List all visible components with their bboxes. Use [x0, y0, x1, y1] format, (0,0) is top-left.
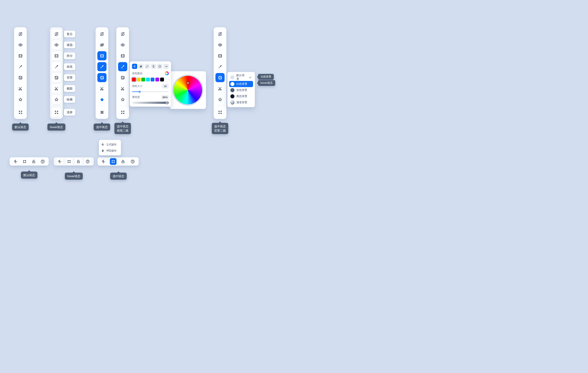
rotate-y-icon — [101, 159, 106, 164]
state-badge: hover状态 — [65, 173, 83, 180]
tooltip-pill-column: 复位速隐拆分画笔背景截图收藏清屏 — [64, 27, 75, 119]
color-swatch[interactable] — [146, 77, 150, 81]
color-wheel[interactable] — [172, 75, 203, 106]
reset-button[interactable] — [52, 29, 61, 39]
reset-button[interactable] — [16, 29, 25, 39]
menu-item-label: 白色背景 — [236, 82, 247, 86]
eye-button[interactable] — [118, 40, 127, 49]
brush-size-slider[interactable] — [132, 91, 169, 93]
opacity-knob[interactable] — [165, 101, 168, 104]
tooltip-label: 清屏 — [64, 109, 75, 116]
split-button[interactable] — [97, 51, 106, 60]
star-button[interactable] — [215, 95, 225, 104]
opacity-slider[interactable] — [132, 101, 169, 104]
menu-item-gray-background[interactable]: 灰色背景 — [229, 87, 253, 93]
eraser-tool-button[interactable] — [138, 64, 144, 69]
rotate-y-button[interactable] — [100, 158, 107, 165]
brush-button[interactable] — [118, 62, 127, 71]
expand-button[interactable] — [118, 108, 127, 117]
badge-arrow — [101, 122, 104, 125]
color-wheel-icon[interactable] — [165, 71, 169, 75]
state-badge: hover状态 — [47, 123, 65, 131]
background-button[interactable] — [52, 73, 61, 82]
lock-closed-button[interactable] — [120, 158, 126, 165]
current-background-tooltip: 当前背景 — [258, 74, 274, 80]
color-swatch[interactable] — [155, 77, 159, 81]
star-button[interactable] — [16, 95, 25, 104]
star-button[interactable] — [52, 95, 61, 104]
pill-row: 背景 — [64, 73, 75, 82]
scissors-button[interactable] — [52, 84, 61, 93]
color-swatch[interactable] — [165, 77, 168, 81]
brush-button[interactable] — [215, 62, 225, 71]
background-button[interactable] — [97, 73, 106, 82]
eye-off-button[interactable] — [97, 40, 106, 49]
badge-arrow — [117, 171, 120, 174]
star-filled-button[interactable] — [97, 95, 106, 104]
menu-item-white-background[interactable]: 白色背景 — [229, 81, 253, 87]
menu-item-dotted-background[interactable]: 默认背景 — [229, 74, 253, 81]
lock-open-button[interactable] — [75, 158, 82, 165]
expand-icon — [54, 110, 59, 115]
brush-button[interactable] — [97, 62, 106, 71]
scissors-button[interactable] — [97, 84, 106, 93]
frame-button[interactable] — [21, 158, 28, 165]
help-button[interactable] — [84, 158, 91, 165]
expand-icon — [18, 110, 23, 115]
squiggle-tool-button[interactable] — [132, 64, 137, 69]
split-button[interactable] — [215, 51, 225, 60]
help-button[interactable] — [129, 158, 136, 165]
expand-button[interactable] — [215, 108, 225, 117]
rect-tool-button[interactable] — [151, 64, 156, 69]
popup-item-rotate-sphere[interactable]: 球型旋转 — [101, 149, 119, 153]
menu-item-label: 默认背景 — [236, 74, 247, 81]
scissors-button[interactable] — [118, 84, 127, 93]
reset-button[interactable] — [118, 29, 127, 39]
popup-item-rotate-y[interactable]: 立式旋转 — [101, 143, 119, 146]
menu-item-black-background[interactable]: 黑色背景 — [229, 93, 253, 99]
tooltip-label: 速隐 — [64, 42, 75, 48]
circle-tool-button[interactable] — [157, 64, 162, 69]
state-badge: 选中状态 — [110, 173, 127, 180]
brush-button[interactable] — [52, 62, 61, 71]
rotate-y-button[interactable] — [56, 158, 63, 165]
collapse-icon — [100, 110, 104, 115]
split-button[interactable] — [52, 51, 61, 60]
star-button[interactable] — [118, 95, 127, 104]
scissors-icon — [100, 86, 104, 91]
eye-button[interactable] — [16, 40, 25, 49]
background-button[interactable] — [16, 73, 25, 82]
background-button[interactable] — [215, 73, 225, 82]
expand-button[interactable] — [52, 108, 61, 117]
split-button[interactable] — [118, 51, 127, 60]
scissors-button[interactable] — [16, 84, 25, 93]
reset-button[interactable] — [215, 29, 225, 39]
slider-knob[interactable] — [139, 91, 141, 93]
help-button[interactable] — [39, 158, 46, 165]
split-button[interactable] — [16, 51, 25, 60]
collapse-button[interactable] — [97, 108, 106, 117]
color-wheel-marker[interactable] — [187, 82, 189, 84]
arrow-tool-button[interactable] — [163, 64, 169, 69]
toolbar-selected-state — [95, 27, 108, 119]
badge-arrow — [73, 171, 75, 174]
color-swatch[interactable] — [132, 77, 136, 81]
lock-open-button[interactable] — [31, 158, 37, 165]
color-swatch[interactable] — [137, 77, 141, 81]
color-swatch[interactable] — [160, 77, 164, 81]
frame-button[interactable] — [110, 158, 116, 165]
color-swatch[interactable] — [141, 77, 145, 81]
line-tool-button[interactable] — [145, 64, 150, 69]
brush-button[interactable] — [16, 62, 25, 71]
background-button[interactable] — [118, 73, 127, 82]
frame-button[interactable] — [66, 158, 73, 165]
color-swatch[interactable] — [151, 77, 155, 81]
brush-color-label: 画笔颜色 — [132, 72, 143, 75]
eye-button[interactable] — [52, 40, 61, 49]
eye-button[interactable] — [215, 40, 225, 49]
menu-item-gradient-background[interactable]: 渐变背景 — [229, 99, 253, 106]
scissors-button[interactable] — [215, 84, 225, 93]
reset-button[interactable] — [97, 29, 106, 39]
expand-button[interactable] — [16, 108, 25, 117]
rotate-y-button[interactable] — [12, 158, 19, 165]
